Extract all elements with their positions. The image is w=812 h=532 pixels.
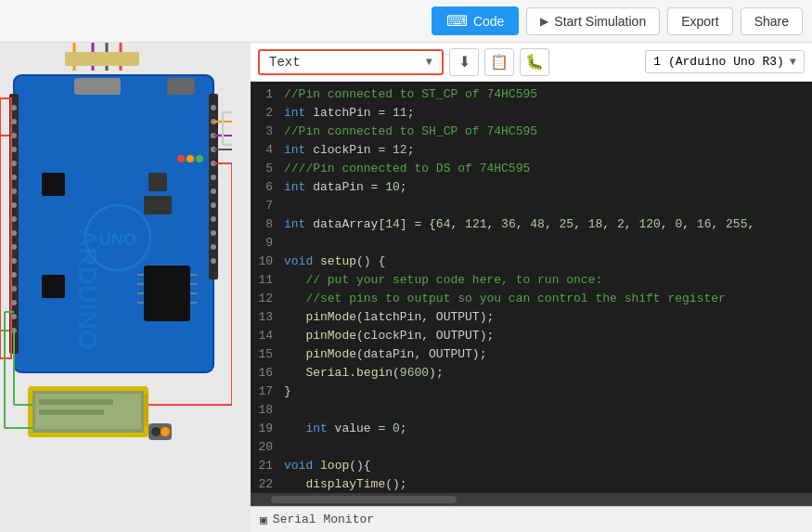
code-button[interactable]: ⌨ Code [432,6,519,35]
table-row: 11 // put your setup code here, to run o… [251,271,812,290]
table-row: 16 Serial.begin(9600); [251,364,812,383]
svg-point-63 [177,155,185,162]
line-number: 16 [251,364,280,383]
play-icon: ▶ [540,15,548,28]
line-number: 5 [251,160,280,178]
scrollbar-thumb [271,496,457,503]
table-row: 6int dataPin = 10; [251,178,812,197]
bug-icon: 🐛 [525,53,544,71]
line-content: int clockPin = 12; [280,141,812,160]
table-row: 21void loop(){ [251,457,812,475]
arduino-svg: ARDUINO UNO [0,43,232,498]
table-row: 20 [251,438,812,457]
line-number: 13 [251,308,280,327]
table-row: 13 pinMode(latchPin, OUTPUT); [251,308,812,327]
svg-rect-53 [42,275,65,298]
debug-button[interactable]: 🐛 [520,48,549,76]
table-row: 19 int value = 0; [251,420,812,438]
share-button[interactable]: Share [741,7,803,35]
line-content: int latchPin = 11; [280,104,812,123]
line-content: int dataArray[14] = {64, 121, 36, 48, 25… [280,215,812,234]
share-button-label: Share [754,14,789,29]
line-content: pinMode(dataPin, OUTPUT); [280,345,812,364]
line-content: //Pin connected to ST_CP of 74HC595 [280,85,812,104]
code-editor-area[interactable]: 1//Pin connected to ST_CP of 74HC5952int… [251,82,812,493]
table-row: 18 [251,401,812,420]
board-dropdown-arrow-icon: ▼ [790,56,796,69]
table-row: 14 pinMode(clockPin, OUTPUT); [251,327,812,345]
svg-point-65 [196,155,203,162]
svg-point-64 [187,155,194,162]
line-number: 2 [251,104,280,123]
line-number: 10 [251,253,280,271]
simulate-button-label: Start Simulation [554,14,646,29]
export-button[interactable]: Export [667,7,732,35]
line-number: 17 [251,383,280,401]
code-panel: Text ▼ ⬇ 📋 🐛 1 (Arduino Uno R3) ▼ 1//Pin… [251,43,812,532]
download-icon: ⬇ [458,53,470,71]
svg-rect-54 [144,266,190,321]
table-row: 5////Pin connected to DS of 74HC595 [251,160,812,178]
line-content: // put your setup code here, to run once… [280,271,812,290]
svg-point-41 [211,244,216,250]
table-row: 2int latchPin = 11; [251,104,812,123]
line-content: //set pins to output so you can control … [280,290,812,308]
line-content: } [280,383,812,401]
serial-monitor-bar[interactable]: ▣ Serial Monitor [251,506,812,532]
table-row: 15 pinMode(dataPin, OUTPUT); [251,345,812,364]
svg-rect-50 [148,173,167,191]
line-content: pinMode(latchPin, OUTPUT); [280,308,812,327]
line-content: Serial.begin(9600); [280,364,812,383]
table-row: 17} [251,383,812,401]
line-number: 6 [251,178,280,197]
svg-rect-51 [144,196,172,214]
copy-button[interactable]: 📋 [484,48,514,76]
simulate-button[interactable]: ▶ Start Simulation [526,7,660,35]
table-row: 7 [251,197,812,215]
copy-icon: 📋 [490,53,509,71]
line-number: 12 [251,290,280,308]
line-number: 1 [251,85,280,104]
svg-point-40 [211,230,216,236]
line-number: 8 [251,215,280,234]
line-number: 19 [251,420,280,438]
svg-rect-75 [39,409,104,415]
line-number: 14 [251,327,280,345]
line-number: 18 [251,401,280,420]
line-content: //Pin connected to SH_CP of 74HC595 [280,123,812,141]
line-number: 21 [251,457,280,475]
svg-rect-74 [39,399,113,405]
table-row: 1//Pin connected to ST_CP of 74HC595 [251,85,812,104]
svg-rect-9 [167,78,195,95]
line-content: int value = 0; [280,420,812,438]
table-row: 22 displayTime(); [251,475,812,493]
line-content: pinMode(clockPin, OUTPUT); [280,327,812,345]
download-button[interactable]: ⬇ [449,48,479,76]
line-number: 9 [251,234,280,253]
svg-point-39 [211,216,216,222]
code-icon: ⌨ [446,12,468,30]
code-button-label: Code [473,14,504,29]
board-selector-dropdown[interactable]: 1 (Arduino Uno R3) ▼ [645,50,805,73]
line-content: int dataPin = 10; [280,178,812,197]
line-number: 11 [251,271,280,290]
code-editor-toolbar: Text ▼ ⬇ 📋 🐛 1 (Arduino Uno R3) ▼ [251,43,812,82]
svg-point-36 [211,175,216,180]
table-row: 8int dataArray[14] = {64, 121, 36, 48, 2… [251,215,812,234]
line-number: 22 [251,475,280,493]
svg-text:UNO: UNO [99,230,136,249]
svg-point-38 [211,202,216,208]
svg-point-31 [211,105,216,110]
table-row: 12 //set pins to output so you can contr… [251,290,812,308]
svg-point-37 [211,188,216,194]
line-content: void setup() { [280,253,812,271]
line-content: displayTime(); [280,475,812,493]
line-content [280,401,812,420]
text-format-dropdown[interactable]: Text ▼ [258,49,444,75]
line-number: 7 [251,197,280,215]
svg-point-86 [151,427,161,436]
svg-rect-5 [14,75,213,372]
board-selector-label: 1 (Arduino Uno R3) [653,55,783,69]
horizontal-scrollbar[interactable] [251,493,812,506]
text-format-label: Text [269,55,301,70]
